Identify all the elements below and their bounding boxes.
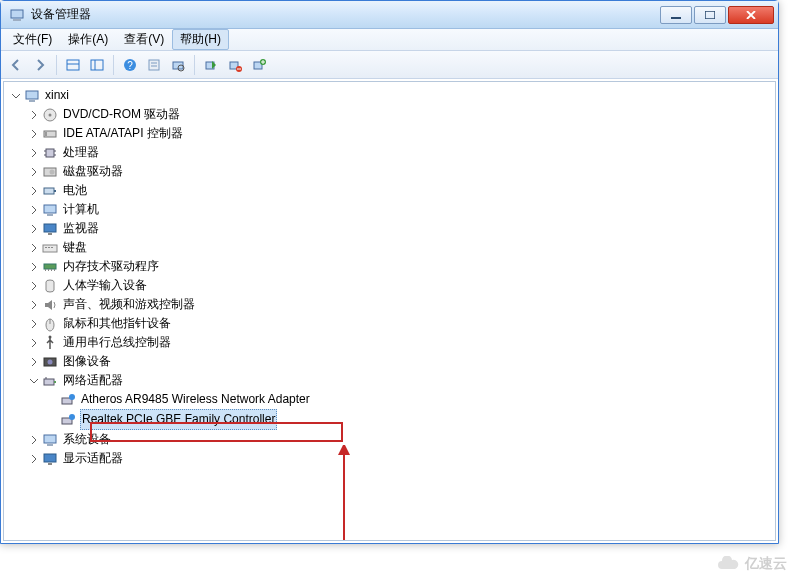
expand-icon[interactable] [28,109,40,121]
menu-action[interactable]: 操作(A) [60,29,116,50]
svg-rect-4 [67,60,79,70]
expand-icon[interactable] [28,299,40,311]
disable-icon[interactable] [224,54,246,76]
svg-rect-45 [45,269,46,271]
device-category-icon [42,316,58,332]
tree-node[interactable]: 电池 [28,181,773,200]
tree-node[interactable]: 网络适配器 [28,371,773,390]
tree-node[interactable]: DVD/CD-ROM 驱动器 [28,105,773,124]
tree-node[interactable]: 计算机 [28,200,773,219]
expand-icon[interactable] [28,185,40,197]
tree-node[interactable]: 显示适配器 [28,449,773,468]
expand-icon[interactable] [28,204,40,216]
svg-text:?: ? [127,60,133,71]
tree-node[interactable]: 鼠标和其他指针设备 [28,314,773,333]
node-label: IDE ATA/ATAPI 控制器 [62,124,184,143]
expand-icon[interactable] [28,242,40,254]
menu-help[interactable]: 帮助(H) [172,29,229,50]
tree-node[interactable]: 处理器 [28,143,773,162]
expand-icon[interactable] [28,261,40,273]
close-button[interactable] [728,6,774,24]
device-category-icon [42,354,58,370]
tree-node[interactable]: 键盘 [28,238,773,257]
svg-rect-0 [11,10,23,18]
svg-point-51 [49,335,52,338]
minimize-button[interactable] [660,6,692,24]
svg-rect-42 [48,247,50,248]
svg-rect-63 [44,454,56,462]
expand-icon[interactable] [28,128,40,140]
device-category-icon [42,221,58,237]
maximize-button[interactable] [694,6,726,24]
tree-root-node[interactable]: xinxi [10,86,773,105]
svg-rect-38 [44,224,56,232]
expand-icon[interactable] [28,280,40,292]
device-category-icon [42,126,58,142]
svg-rect-21 [26,91,38,99]
expand-icon[interactable] [28,147,40,159]
tree-node[interactable]: 通用串行总线控制器 [28,333,773,352]
view-list-icon[interactable] [62,54,84,76]
tree-node[interactable]: 图像设备 [28,352,773,371]
scan-icon[interactable] [167,54,189,76]
menu-file[interactable]: 文件(F) [5,29,60,50]
device-category-icon [42,202,58,218]
tree-node[interactable]: 内存技术驱动程序 [28,257,773,276]
device-tree-panel: xinxiDVD/CD-ROM 驱动器IDE ATA/ATAPI 控制器处理器磁… [3,81,776,541]
network-adapter-icon [60,392,76,408]
node-label: 通用串行总线控制器 [62,333,172,352]
computer-icon [24,88,40,104]
device-category-icon [42,145,58,161]
svg-point-53 [48,359,53,364]
device-category-icon [42,259,58,275]
expand-icon[interactable] [28,166,40,178]
app-icon [9,7,25,23]
device-category-icon [42,451,58,467]
expand-icon[interactable] [28,453,40,465]
toolbar: ? [1,51,778,79]
forward-button[interactable] [29,54,51,76]
tree-leaf[interactable]: Realtek PCIe GBE Family Controller [46,409,773,430]
node-label: 内存技术驱动程序 [62,257,160,276]
device-tree[interactable]: xinxiDVD/CD-ROM 驱动器IDE ATA/ATAPI 控制器处理器磁… [6,86,773,468]
expand-icon[interactable] [28,434,40,446]
svg-rect-39 [48,233,52,235]
tree-node[interactable]: 声音、视频和游戏控制器 [28,295,773,314]
enable-icon[interactable] [200,54,222,76]
node-label: 声音、视频和游戏控制器 [62,295,196,314]
node-label: 监视器 [62,219,100,238]
node-label: 显示适配器 [62,449,124,468]
tree-node[interactable]: 磁盘驱动器 [28,162,773,181]
svg-rect-55 [54,381,56,383]
svg-rect-35 [54,190,56,192]
svg-point-33 [50,169,55,174]
menu-view[interactable]: 查看(V) [116,29,172,50]
tree-node[interactable]: 系统设备 [28,430,773,449]
node-label: 电池 [62,181,88,200]
back-button[interactable] [5,54,27,76]
svg-rect-1 [13,19,21,21]
uninstall-icon[interactable] [248,54,270,76]
svg-rect-27 [46,149,54,157]
expand-icon[interactable] [28,356,40,368]
svg-rect-34 [44,188,54,194]
device-category-icon [42,183,58,199]
expand-icon[interactable] [28,318,40,330]
tree-leaf[interactable]: Atheros AR9485 Wireless Network Adapter [46,390,773,409]
node-label: 网络适配器 [62,371,124,390]
tree-node[interactable]: 人体学输入设备 [28,276,773,295]
tree-node[interactable]: IDE ATA/ATAPI 控制器 [28,124,773,143]
svg-rect-48 [54,269,55,271]
network-adapter-icon [60,412,76,428]
expand-icon[interactable] [28,337,40,349]
expand-icon[interactable] [28,223,40,235]
collapse-icon[interactable] [10,90,22,102]
help-icon[interactable]: ? [119,54,141,76]
device-category-icon [42,432,58,448]
tree-node[interactable]: 监视器 [28,219,773,238]
menu-bar: 文件(F) 操作(A) 查看(V) 帮助(H) [1,29,778,51]
collapse-icon[interactable] [28,375,40,387]
properties-icon[interactable] [143,54,165,76]
view-detail-icon[interactable] [86,54,108,76]
node-label: 磁盘驱动器 [62,162,124,181]
